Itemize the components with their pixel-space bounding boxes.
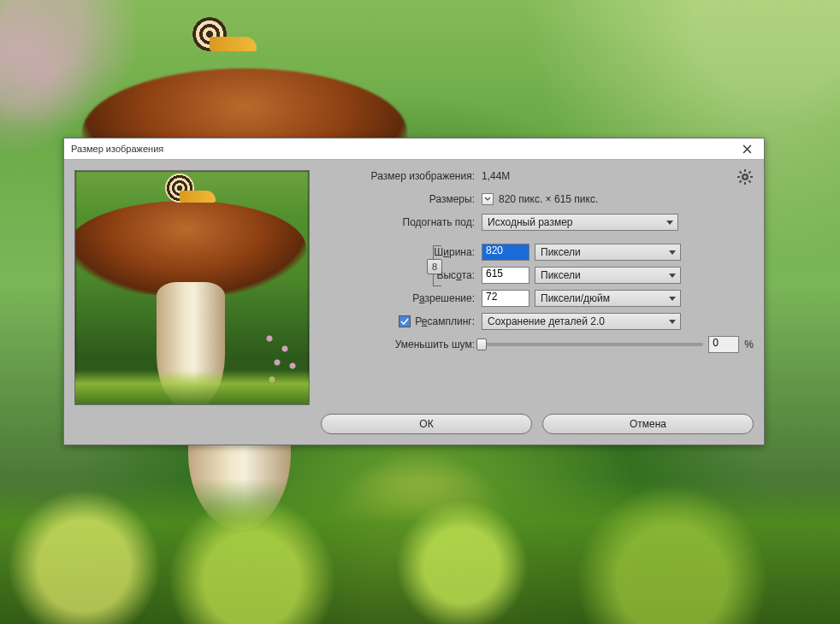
resolution-input[interactable]: 72: [482, 290, 529, 307]
gear-icon: [736, 168, 754, 185]
percent-label: %: [744, 338, 754, 350]
svg-line-5: [748, 180, 750, 182]
height-unit-dropdown[interactable]: Пиксели: [535, 267, 681, 284]
background-snail: [192, 17, 252, 51]
height-unit-value: Пиксели: [541, 269, 581, 281]
settings-button[interactable]: [736, 168, 754, 185]
ok-label: ОК: [419, 418, 433, 430]
width-unit-value: Пиксели: [541, 246, 581, 258]
image-size-dialog: Размер изображения Размер изображения:: [63, 138, 765, 445]
constrain-proportions: 8: [431, 245, 443, 286]
dimensions-value: 820 пикс. × 615 пикс.: [499, 193, 598, 205]
resolution-label: Разрешение:: [321, 292, 482, 304]
chevron-down-icon: [484, 197, 491, 202]
close-button[interactable]: [730, 138, 764, 160]
resample-label: Ресамплинг:: [415, 315, 475, 327]
cancel-label: Отмена: [630, 418, 666, 430]
fit-to-dropdown[interactable]: Исходный размер: [482, 214, 678, 231]
height-label: Высота:: [321, 269, 482, 281]
check-icon: [400, 318, 409, 325]
fit-to-label: Подогнать под:: [321, 216, 482, 228]
resolution-unit-dropdown[interactable]: Пиксели/дюйм: [535, 290, 681, 307]
svg-line-7: [748, 172, 750, 174]
dimensions-dropdown-toggle[interactable]: [482, 193, 494, 205]
resample-checkbox[interactable]: [399, 315, 411, 327]
image-size-label: Размер изображения:: [321, 170, 482, 182]
background-moss: [0, 479, 840, 624]
resample-label-wrap: Ресамплинг:: [321, 315, 482, 327]
svg-line-4: [740, 172, 742, 174]
dialog-title: Размер изображения: [71, 144, 163, 154]
close-icon: [742, 144, 752, 154]
reduce-noise-label: Уменьшить шум:: [321, 338, 482, 350]
width-input[interactable]: 820: [482, 244, 529, 261]
svg-line-6: [740, 180, 742, 182]
width-label: Ширина:: [321, 246, 482, 258]
reduce-noise-slider[interactable]: [482, 343, 703, 346]
resample-method-value: Сохранение деталей 2.0: [488, 315, 605, 327]
ok-button[interactable]: ОК: [321, 414, 532, 434]
width-unit-dropdown[interactable]: Пиксели: [535, 244, 681, 261]
preview-image: [74, 170, 310, 405]
cancel-button[interactable]: Отмена: [542, 414, 754, 434]
image-size-value: 1,44M: [482, 170, 510, 182]
height-input[interactable]: 615: [482, 267, 529, 284]
resample-method-dropdown[interactable]: Сохранение деталей 2.0: [482, 313, 681, 330]
slider-thumb[interactable]: [476, 338, 487, 350]
fit-to-value: Исходный размер: [488, 216, 573, 228]
dimensions-label: Размеры:: [321, 193, 482, 205]
dialog-titlebar[interactable]: Размер изображения: [64, 138, 764, 160]
reduce-noise-value[interactable]: 0: [708, 336, 739, 353]
resolution-unit-value: Пиксели/дюйм: [541, 292, 610, 304]
constrain-proportions-button[interactable]: 8: [427, 259, 442, 274]
link-icon: 8: [432, 262, 437, 272]
